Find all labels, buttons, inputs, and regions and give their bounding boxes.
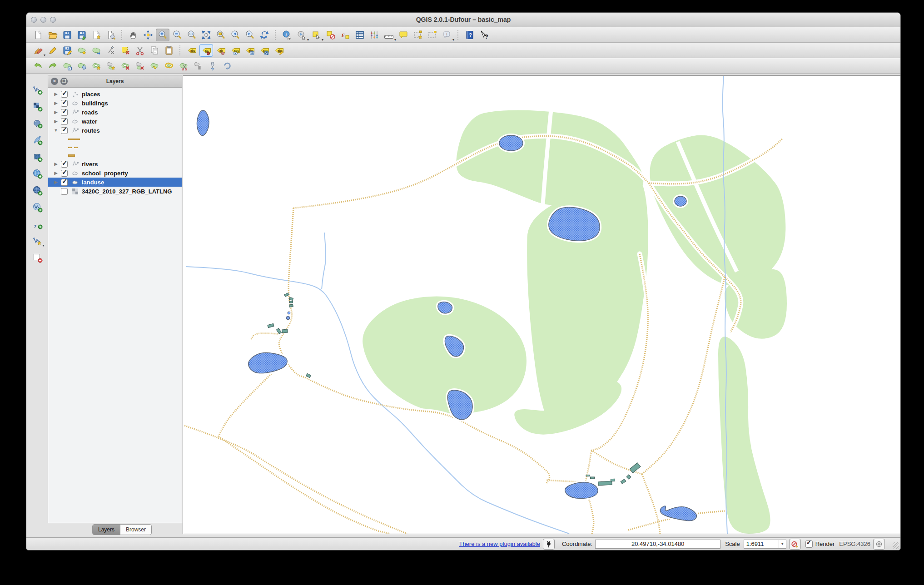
rotate-feature-button[interactable] bbox=[60, 59, 74, 72]
help-contents-button[interactable]: ? bbox=[463, 29, 477, 41]
labeling-options-button[interactable]: abc bbox=[185, 44, 199, 57]
add-postgis-layer-button[interactable] bbox=[30, 117, 44, 129]
remove-layer-button[interactable] bbox=[30, 251, 44, 264]
add-spatialite-layer-button[interactable] bbox=[30, 134, 44, 146]
layer-item-places[interactable]: ▶✓places bbox=[48, 89, 182, 99]
open-attribute-table-button[interactable] bbox=[353, 29, 367, 41]
show-hide-labels-button[interactable]: abc bbox=[229, 44, 242, 57]
layer-visibility-checkbox[interactable]: ✓ bbox=[61, 100, 68, 107]
delete-part-button[interactable] bbox=[133, 59, 147, 72]
layer-visibility-checkbox[interactable]: ✓ bbox=[61, 127, 68, 134]
zoom-in-button[interactable] bbox=[156, 29, 169, 41]
expand-arrow-icon[interactable]: ▶ bbox=[53, 180, 59, 184]
select-by-expression-button[interactable]: ε bbox=[338, 29, 352, 41]
delete-selected-button[interactable] bbox=[119, 44, 132, 57]
add-mssql-layer-button[interactable] bbox=[30, 150, 44, 163]
layer-visibility-checkbox[interactable]: ✓ bbox=[61, 109, 68, 116]
layer-visibility-checkbox[interactable]: ✓ bbox=[61, 161, 68, 168]
add-wcs-layer-button[interactable] bbox=[30, 184, 44, 197]
cut-features-button[interactable] bbox=[133, 44, 147, 57]
add-wms-layer-button[interactable] bbox=[30, 167, 44, 180]
split-features-button[interactable] bbox=[177, 59, 190, 72]
rotate-label-button[interactable]: abc bbox=[258, 44, 271, 57]
panel-tab-layers[interactable]: Layers bbox=[92, 524, 120, 535]
select-features-button[interactable]: ▾ bbox=[309, 29, 323, 41]
panel-float-icon[interactable]: ❐ bbox=[60, 78, 68, 85]
crs-globe-icon[interactable] bbox=[873, 539, 885, 550]
expand-arrow-icon[interactable]: ▶ bbox=[53, 119, 59, 124]
add-vector-layer-button[interactable] bbox=[30, 83, 44, 96]
panel-tab-browser[interactable]: Browser bbox=[120, 524, 152, 535]
split-parts-button[interactable] bbox=[191, 59, 205, 72]
add-feature-button[interactable] bbox=[75, 44, 89, 57]
add-wfs-layer-button[interactable] bbox=[30, 201, 44, 213]
save-project-button[interactable] bbox=[60, 29, 74, 41]
add-part-button[interactable] bbox=[104, 59, 118, 72]
layer-item-buildings[interactable]: ▶✓buildings bbox=[48, 99, 182, 108]
layer-visibility-checkbox[interactable]: ✓ bbox=[61, 179, 68, 186]
expand-arrow-icon[interactable]: ▶ bbox=[53, 171, 59, 175]
layer-item-landuse[interactable]: ▶✓landuse bbox=[48, 178, 182, 187]
save-project-as-button[interactable] bbox=[75, 29, 89, 41]
simplify-feature-button[interactable] bbox=[75, 59, 89, 72]
pin-labels-button[interactable]: ab bbox=[199, 44, 213, 57]
save-layer-edits-button[interactable] bbox=[60, 44, 74, 57]
coordinate-input[interactable]: 20.49710,-34.01480 bbox=[595, 540, 720, 549]
delete-ring-button[interactable] bbox=[119, 59, 132, 72]
copy-features-button[interactable] bbox=[148, 44, 161, 57]
map-view[interactable] bbox=[183, 76, 901, 534]
undo-button[interactable] bbox=[31, 59, 45, 72]
open-project-button[interactable] bbox=[46, 29, 60, 41]
change-label-properties-button[interactable]: abc bbox=[272, 44, 286, 57]
zoom-next-button[interactable] bbox=[243, 29, 257, 41]
add-delimited-text-layer-button[interactable]: , bbox=[30, 218, 44, 230]
show-bookmarks-button[interactable] bbox=[426, 29, 439, 41]
current-edits-button[interactable]: ▾ bbox=[31, 44, 45, 57]
expand-arrow-icon[interactable]: ▶ bbox=[53, 110, 59, 114]
zoom-last-button[interactable] bbox=[229, 29, 242, 41]
pan-map-button[interactable] bbox=[127, 29, 140, 41]
merge-features-button[interactable] bbox=[206, 59, 219, 72]
new-bookmark-button[interactable] bbox=[411, 29, 425, 41]
resize-grip[interactable] bbox=[893, 542, 899, 549]
layer-item-routes[interactable]: ▼✓routes bbox=[48, 126, 182, 135]
stop-render-icon[interactable] bbox=[789, 539, 801, 550]
zoom-native-button[interactable]: 1:1 bbox=[185, 29, 199, 41]
run-feature-action-button[interactable]: ▾ bbox=[295, 29, 308, 41]
map-canvas[interactable] bbox=[183, 75, 901, 534]
fill-ring-button[interactable] bbox=[148, 59, 161, 72]
layer-item-water[interactable]: ▶✓water bbox=[48, 117, 182, 126]
zoom-out-button[interactable] bbox=[170, 29, 184, 41]
scale-combobox[interactable]: 1:6911 ▼ bbox=[744, 540, 786, 549]
layers-panel-header[interactable]: ✕ ❐ Layers bbox=[48, 75, 182, 88]
add-raster-layer-button[interactable] bbox=[30, 100, 44, 113]
panel-close-icon[interactable]: ✕ bbox=[51, 78, 58, 85]
pan-to-selection-button[interactable] bbox=[141, 29, 155, 41]
scale-dropdown-arrow-icon[interactable]: ▼ bbox=[779, 540, 786, 548]
text-annotation-button[interactable]: T▾ bbox=[440, 29, 454, 41]
layer-item-school_property[interactable]: ▶✓school_property bbox=[48, 169, 182, 178]
title-bar[interactable]: QGIS 2.0.1-Dufour – basic_map bbox=[26, 13, 900, 28]
layer-visibility-checkbox[interactable]: ✓ bbox=[61, 91, 68, 98]
offset-curve-button[interactable] bbox=[162, 59, 176, 72]
move-feature-button[interactable] bbox=[89, 44, 103, 57]
identify-features-button[interactable]: i bbox=[280, 29, 294, 41]
highlight-pinned-labels-button[interactable]: ab bbox=[214, 44, 228, 57]
collapse-arrow-icon[interactable]: ▼ bbox=[53, 128, 59, 133]
layer-visibility-checkbox[interactable]: ✓ bbox=[61, 170, 68, 177]
new-plugin-link[interactable]: There is a new plugin available bbox=[459, 540, 540, 547]
expand-arrow-icon[interactable]: ▶ bbox=[53, 92, 59, 96]
layer-item-roads[interactable]: ▶✓roads bbox=[48, 108, 182, 117]
expand-arrow-icon[interactable]: ▶ bbox=[53, 162, 59, 166]
new-shapefile-layer-button[interactable]: ▾ bbox=[30, 234, 44, 247]
measure-button[interactable]: ▾ bbox=[382, 29, 396, 41]
move-label-button[interactable]: abc bbox=[243, 44, 257, 57]
deselect-features-button[interactable] bbox=[324, 29, 338, 41]
layer-item-rivers[interactable]: ▶✓rivers bbox=[48, 159, 182, 169]
expand-arrow-icon[interactable]: ▶ bbox=[53, 101, 59, 105]
node-tool-button[interactable] bbox=[104, 44, 118, 57]
reshape-features-button[interactable] bbox=[220, 59, 234, 72]
redo-button[interactable] bbox=[46, 59, 60, 72]
plugin-icon[interactable] bbox=[543, 539, 555, 550]
map-tips-button[interactable] bbox=[397, 29, 410, 41]
